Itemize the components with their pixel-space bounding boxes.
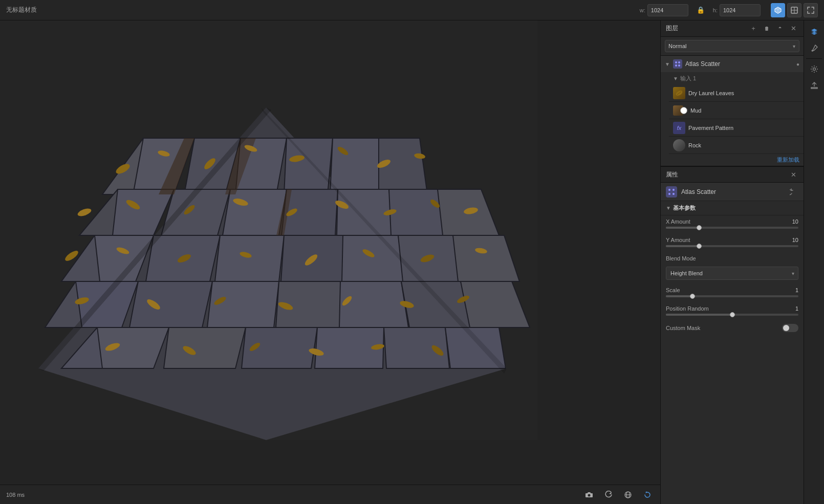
svg-point-103 — [811, 50, 813, 52]
refresh-link[interactable]: 重新加载 — [661, 154, 804, 166]
position-random-slider[interactable] — [666, 314, 798, 316]
basic-params-title: 基本参数 — [673, 204, 696, 212]
basic-params-section[interactable]: ▼ 基本参数 — [661, 201, 804, 215]
sub-layers: ▼ 输入 1 Dry Laurel Leaves — [661, 72, 804, 154]
layers-add-button[interactable]: + — [748, 24, 758, 34]
layers-close-button[interactable]: ✕ — [788, 24, 798, 34]
fullscreen-button[interactable] — [804, 3, 818, 17]
x-amount-row: X Amount 10 — [661, 215, 804, 234]
settings-toolbar-button[interactable] — [807, 62, 821, 76]
height-select[interactable]: 102451220484096 — [720, 4, 761, 16]
scale-row: Scale 1 — [661, 284, 804, 302]
rotate-icon — [604, 491, 613, 499]
x-amount-slider[interactable] — [666, 227, 798, 229]
blend-mode-param-row: Blend Mode — [661, 252, 804, 265]
x-amount-label: X Amount — [666, 218, 690, 225]
brush-icon — [810, 44, 818, 52]
prop-blend-mode-select[interactable]: Height Blend Normal Linear Overlay — [666, 267, 798, 280]
layer-item-pavement[interactable]: fx Pavement Pattern — [669, 119, 804, 137]
refresh-button[interactable] — [641, 488, 654, 501]
atlas-scatter-name: Atlas Scatter — [685, 60, 793, 68]
x-amount-thumb[interactable] — [697, 225, 702, 230]
y-amount-thumb[interactable] — [697, 244, 702, 249]
globe-icon — [624, 491, 632, 499]
layers-delete-button[interactable] — [762, 24, 772, 34]
layers-panel-header: 图层 + ✕ — [661, 20, 804, 37]
scale-slider[interactable] — [666, 295, 798, 297]
export-toolbar-button[interactable] — [807, 78, 821, 93]
atlas-layer-header[interactable]: ▼ Atlas Scatter ● — [661, 56, 804, 72]
expand-icon — [807, 6, 815, 14]
right-panel: 图层 + ✕ Normal — [660, 20, 804, 504]
app-title: 无标题材质 — [6, 6, 37, 14]
svg-point-93 — [675, 61, 677, 63]
sub-layer-label: 输入 1 — [680, 75, 696, 82]
y-amount-slider[interactable] — [666, 245, 798, 247]
camera-icon — [585, 491, 593, 499]
scene-svg — [0, 20, 537, 440]
svg-marker-36 — [339, 281, 408, 327]
svg-marker-18 — [223, 189, 287, 235]
custom-mask-row: Custom Mask — [661, 321, 804, 335]
atlas-scatter-icon — [673, 59, 682, 69]
sub-layer-header: ▼ 输入 1 — [669, 72, 804, 84]
svg-point-99 — [668, 189, 670, 191]
svg-marker-14 — [379, 138, 427, 194]
position-random-fill — [666, 314, 732, 316]
svg-point-104 — [813, 68, 815, 71]
properties-panel: 属性 ✕ Atlas Scatter — [661, 166, 804, 504]
layer-item-rock[interactable]: Rock — [669, 137, 804, 154]
scale-fill — [666, 295, 692, 297]
layers-upload-button[interactable] — [775, 24, 785, 34]
viewport: 108 ms — [0, 20, 660, 504]
grid-button[interactable] — [621, 488, 635, 501]
prop-reset-button[interactable] — [788, 187, 798, 197]
layer-item-mud[interactable]: Mud — [669, 102, 804, 119]
x-amount-fill — [666, 227, 699, 229]
cube-icon — [774, 6, 782, 14]
collapse-arrow-icon: ▼ — [665, 61, 670, 67]
custom-mask-toggle[interactable] — [782, 324, 798, 332]
y-amount-fill — [666, 245, 699, 247]
properties-close-button[interactable]: ✕ — [788, 169, 798, 180]
layer-item-dry-laurel[interactable]: Dry Laurel Leaves — [669, 84, 804, 102]
y-amount-label-row: Y Amount 10 — [666, 237, 798, 243]
view-buttons — [771, 3, 818, 17]
blend-mode-dropdown-row: Height Blend Normal Linear Overlay — [661, 265, 804, 284]
svg-marker-13 — [330, 138, 379, 194]
scale-label: Scale — [666, 287, 680, 293]
rock-label: Rock — [688, 142, 799, 148]
refresh-icon — [643, 491, 652, 499]
width-label: w: — [640, 7, 645, 13]
properties-title: 属性 — [666, 170, 785, 179]
layers-toolbar-button[interactable] — [807, 25, 821, 39]
scale-thumb[interactable] — [690, 294, 695, 299]
position-random-thumb[interactable] — [730, 312, 735, 317]
width-select[interactable]: 102451220484096 — [647, 4, 688, 16]
camera-button[interactable] — [582, 488, 596, 501]
properties-panel-header: 属性 ✕ — [661, 166, 804, 183]
layer-blend-mode-select[interactable]: Normal Multiply Screen Height Blend — [665, 40, 799, 52]
layers-title: 图层 — [666, 24, 745, 33]
svg-marker-28 — [342, 235, 404, 281]
svg-marker-12 — [284, 138, 333, 194]
blend-mode-param-label: Blend Mode — [666, 255, 696, 261]
svg-marker-26 — [215, 235, 284, 281]
dry-laurel-label: Dry Laurel Leaves — [688, 90, 799, 96]
x-amount-value: 10 — [792, 218, 798, 225]
custom-mask-knob — [783, 325, 789, 331]
layers-toolbar-icon — [810, 28, 818, 36]
sub-collapse-icon: ▼ — [673, 76, 678, 81]
height-label: h: — [713, 7, 718, 13]
brush-toolbar-button[interactable] — [807, 41, 821, 55]
svg-marker-44 — [384, 327, 449, 368]
settings-icon — [810, 65, 818, 73]
3d-viewport[interactable] — [0, 20, 660, 504]
3d-view-button[interactable] — [771, 3, 785, 17]
position-random-label-row: Position Random 1 — [666, 305, 798, 312]
rotate-button[interactable] — [602, 488, 615, 501]
2d-view-button[interactable] — [787, 3, 801, 17]
y-amount-label: Y Amount — [666, 237, 690, 243]
prop-node-icon — [666, 186, 677, 198]
layer-blend-mode-row: Normal Multiply Screen Height Blend — [661, 37, 804, 56]
